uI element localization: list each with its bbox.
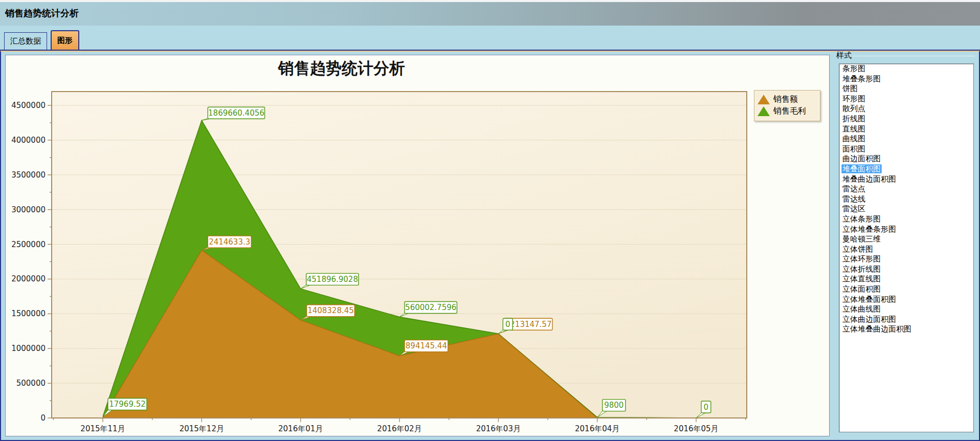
y-tick-label: 0 bbox=[40, 413, 46, 423]
sales-triangle-icon bbox=[758, 95, 770, 104]
style-list-item[interactable]: 立体堆叠面积图 bbox=[839, 295, 973, 305]
style-list-item[interactable]: 立体直线图 bbox=[839, 274, 973, 284]
style-list-item[interactable]: 堆叠曲边面积图 bbox=[839, 174, 973, 185]
callout-text: 451896.9028 bbox=[307, 275, 358, 284]
callout-text: 894145.44 bbox=[406, 341, 447, 350]
x-tick-label: 2016年05月 bbox=[674, 424, 718, 433]
y-axis-labels: 0500000100000015000002000000250000030000… bbox=[11, 101, 46, 423]
data-label-gross-profit: 1869660.4056 bbox=[202, 107, 264, 120]
legend-label: 销售毛利 bbox=[773, 106, 806, 117]
style-list-item[interactable]: 曲线图 bbox=[839, 134, 973, 144]
x-tick-label: 2016年03月 bbox=[476, 424, 521, 433]
style-list-item[interactable]: 雷达线 bbox=[839, 194, 973, 205]
x-tick-label: 2015年11月 bbox=[80, 424, 125, 433]
style-list-item[interactable]: 立体曲线图 bbox=[839, 304, 973, 315]
chart-legend: 销售额 销售毛利 bbox=[754, 90, 820, 121]
y-tick-label: 3500000 bbox=[11, 170, 46, 180]
style-list-item[interactable]: 立体环形图 bbox=[839, 254, 973, 264]
tab-bar: 汇总数据 图形 bbox=[0, 26, 980, 51]
groupbox-line bbox=[853, 56, 975, 56]
style-list-item[interactable]: 曼哈顿三维 bbox=[839, 234, 973, 245]
x-tick-label: 2015年12月 bbox=[180, 424, 224, 433]
tab-page-chart: 销售趋势统计分析 0500000100000015000002000000250… bbox=[0, 51, 980, 441]
style-list-item[interactable]: 立体堆叠条形图 bbox=[839, 225, 973, 235]
style-list-item[interactable]: 环形图 bbox=[839, 94, 973, 104]
style-list-item[interactable]: 雷达点 bbox=[839, 184, 973, 194]
style-panel-label: 样式 bbox=[836, 51, 852, 60]
y-tick-label: 4500000 bbox=[11, 101, 46, 110]
gross-profit-triangle-icon bbox=[758, 106, 770, 116]
y-tick-label: 1000000 bbox=[11, 344, 46, 353]
callout-text: 2414633.3 bbox=[209, 237, 250, 247]
tab-chart[interactable]: 图形 bbox=[51, 30, 79, 50]
x-axis-labels: 2015年11月2015年12月2016年01月2016年02月2016年03月… bbox=[80, 424, 718, 433]
style-list-item[interactable]: 堆叠条形图 bbox=[839, 74, 973, 84]
style-list-item[interactable]: 立体折线图 bbox=[839, 264, 973, 275]
legend-entry-sales: 销售额 bbox=[758, 94, 816, 105]
callout-text: 0 bbox=[505, 320, 510, 329]
style-list-item[interactable]: 散列点 bbox=[839, 104, 973, 114]
x-tick-label: 2016年01月 bbox=[278, 424, 323, 433]
style-list-item[interactable]: 条形图 bbox=[839, 64, 973, 74]
y-tick-label: 4000000 bbox=[11, 136, 46, 145]
window-title: 销售趋势统计分析 bbox=[5, 7, 79, 19]
style-list-item[interactable]: 曲边面积图 bbox=[839, 154, 973, 164]
y-tick-label: 500000 bbox=[16, 379, 46, 388]
style-listbox[interactable]: 条形图堆叠条形图饼图环形图散列点折线图直线图曲线图面积图曲边面积图堆叠面积图堆叠… bbox=[839, 63, 974, 432]
style-list-item[interactable]: 面积图 bbox=[839, 144, 973, 155]
style-list-item[interactable]: 立体条形图 bbox=[839, 214, 973, 225]
style-list-item[interactable]: 折线图 bbox=[839, 114, 973, 124]
style-list-item[interactable]: 立体饼图 bbox=[839, 245, 973, 255]
callout-text: 560002.7596 bbox=[405, 303, 456, 312]
style-list-item[interactable]: 雷达区 bbox=[839, 204, 973, 214]
style-panel: 样式 条形图堆叠条形图饼图环形图散列点折线图直线图曲线图面积图曲边面积图堆叠面积… bbox=[835, 52, 977, 439]
style-list-item[interactable]: 立体堆叠曲边面积图 bbox=[839, 324, 973, 335]
style-list-item[interactable]: 堆叠面积图 bbox=[839, 164, 973, 174]
callout-text: 0 bbox=[704, 403, 709, 412]
callout-text: 9800 bbox=[604, 401, 623, 410]
x-tick-label: 2016年04月 bbox=[575, 424, 619, 433]
sales-trend-stacked-area-chart: 0500000100000015000002000000250000030000… bbox=[6, 55, 829, 436]
callout-text: 1869660.4056 bbox=[208, 108, 264, 118]
tab-summary-data[interactable]: 汇总数据 bbox=[4, 32, 47, 50]
y-tick-label: 3000000 bbox=[11, 205, 46, 214]
style-list-item[interactable]: 饼图 bbox=[839, 84, 973, 94]
x-tick-label: 2016年02月 bbox=[377, 424, 421, 433]
style-list-item[interactable]: 立体面积图 bbox=[839, 284, 973, 295]
chart-panel: 销售趋势统计分析 0500000100000015000002000000250… bbox=[5, 55, 830, 436]
y-tick-label: 2500000 bbox=[11, 240, 46, 249]
y-tick-label: 2000000 bbox=[11, 274, 46, 283]
legend-entry-gross-profit: 销售毛利 bbox=[758, 106, 816, 117]
window-titlebar: 销售趋势统计分析 bbox=[0, 0, 980, 26]
callout-text: 1408328.45 bbox=[307, 306, 354, 315]
style-list-item[interactable]: 直线图 bbox=[839, 124, 973, 135]
y-tick-label: 1500000 bbox=[11, 309, 46, 318]
style-list-item[interactable]: 立体曲边面积图 bbox=[839, 315, 973, 325]
legend-label: 销售额 bbox=[773, 94, 798, 105]
callout-text: 17969.52 bbox=[109, 400, 146, 409]
